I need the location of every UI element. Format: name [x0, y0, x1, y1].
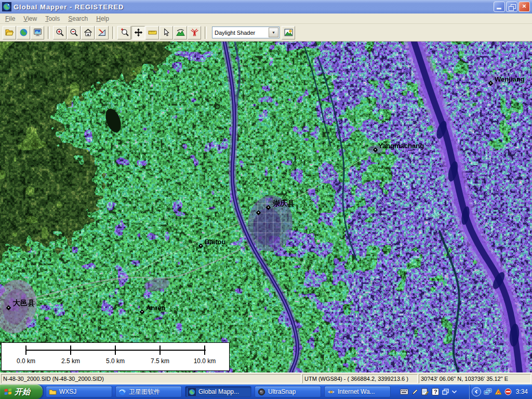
map-label-chongqingxian: 崇庆县: [273, 199, 295, 208]
scale-bar-tick: [25, 345, 26, 355]
mountain-profile-icon: [176, 28, 185, 37]
menu-tools[interactable]: Tools: [41, 15, 64, 23]
taskbar-item-internet-wa[interactable]: Internet Wa...: [324, 386, 391, 397]
monitor-map-icon: [33, 28, 42, 37]
map-label-anren: Anren: [146, 304, 166, 312]
ruler-icon: [148, 28, 157, 37]
zoom-out-icon: [70, 28, 78, 37]
toolbar-separator: [112, 26, 114, 39]
map-label-baitou: Baitou: [205, 238, 225, 246]
map-label-yangmachang: Yangmachang: [378, 142, 424, 150]
scale-label: 10.0 km: [184, 357, 225, 365]
menu-view[interactable]: View: [19, 15, 41, 23]
toolbar-separator: [48, 26, 50, 39]
windows-flag-icon: [4, 388, 12, 396]
scale-bar-line: [26, 350, 206, 351]
online-imagery-button[interactable]: [17, 26, 30, 39]
language-bar: ?: [400, 388, 457, 395]
home-icon: [84, 28, 92, 37]
system-tray: A 3:34: [469, 384, 532, 399]
close-icon: ×: [522, 2, 526, 10]
svg-text:?: ?: [434, 389, 437, 395]
taskbar-item-satellite-software[interactable]: 卫星图软件: [115, 386, 182, 397]
toolbar-separator: [205, 26, 207, 39]
taskbar-item-global-mapper[interactable]: Global Mapp...: [185, 386, 251, 397]
folder-icon: [49, 388, 57, 396]
menu-help[interactable]: Help: [92, 15, 113, 23]
help-icon[interactable]: ?: [432, 388, 439, 395]
scale-label: 7.5 km: [139, 357, 181, 365]
menu-search[interactable]: Search: [64, 15, 92, 23]
pan-tool-button[interactable]: [131, 26, 145, 39]
shader-dropdown[interactable]: Daylight Shader ▼: [212, 26, 280, 38]
scale-bar-tick: [70, 345, 71, 355]
map-view[interactable]: Wenjiang Yangmachang 崇庆县 Baitou Anren 大邑…: [0, 42, 532, 373]
scale-bar-tick: [159, 345, 161, 355]
view-shed-button[interactable]: [188, 26, 201, 39]
global-mapper-globe-icon: [2, 2, 11, 11]
winged-badge-icon: [327, 388, 335, 396]
status-projection: UTM (WGS84) - ( 366884.2, 3399213.6 ): [302, 374, 418, 383]
network-monitors-icon[interactable]: [484, 388, 492, 395]
notepad-icon[interactable]: [421, 388, 429, 395]
pan-arrows-icon: [134, 28, 143, 37]
start-button[interactable]: 开始: [0, 384, 43, 399]
window-title: Global Mapper - REGISTERED: [14, 3, 124, 11]
globe-icon: [19, 28, 28, 37]
set-scale-button[interactable]: [95, 26, 109, 39]
global-mapper-window: Global Mapper - REGISTERED × File View T…: [0, 0, 532, 399]
open-file-button[interactable]: [3, 26, 16, 39]
measure-tool-button[interactable]: [145, 26, 159, 39]
toolbar: Daylight Shader ▼: [0, 24, 532, 42]
start-label: 开始: [15, 387, 30, 397]
digitizer-tool-button[interactable]: [159, 26, 173, 39]
globe-swirl-icon: [118, 388, 126, 396]
no-entry-icon[interactable]: [504, 388, 512, 395]
zoom-in-button[interactable]: [53, 26, 66, 39]
zoom-tool-button[interactable]: [117, 26, 131, 39]
full-view-button[interactable]: [31, 26, 44, 39]
taskbar-clock[interactable]: 3:34: [516, 388, 528, 395]
statusbar: N-48-30_2000.SID (N-48-30_2000.SID) UTM …: [0, 373, 532, 384]
image-icon: [284, 28, 293, 37]
taskbar-item-ultrasnap[interactable]: UltraSnap: [255, 386, 321, 397]
status-coordinates: 30?43' 06.06" N, 103?36' 35.12" E: [419, 374, 531, 383]
magnifier-icon: [120, 28, 129, 37]
keyboard-icon[interactable]: [400, 389, 408, 395]
window-controls: ×: [494, 2, 532, 12]
camera-lens-icon: [258, 388, 265, 396]
collapse-chevron-icon[interactable]: [472, 387, 481, 396]
map-label-wenjiang: Wenjiang: [495, 75, 525, 83]
close-button[interactable]: ×: [518, 2, 530, 12]
show-images-button[interactable]: [282, 26, 295, 39]
path-profile-button[interactable]: [174, 26, 187, 39]
svg-text:A: A: [497, 390, 500, 395]
home-view-button[interactable]: [81, 26, 95, 39]
chevron-down-icon[interactable]: [452, 390, 457, 393]
zoom-out-button[interactable]: [67, 26, 81, 39]
scale-bar-tick: [115, 345, 116, 355]
pen-icon[interactable]: [411, 389, 418, 395]
dropdown-arrow-icon[interactable]: ▼: [269, 28, 278, 37]
scale-bar: 0.0 km 2.5 km 5.0 km 7.5 km 10.0 km: [1, 342, 230, 371]
minimize-button[interactable]: [494, 2, 505, 12]
folder-open-icon: [5, 28, 14, 37]
menubar: File View Tools Search Help: [0, 14, 532, 24]
scale-label: 2.5 km: [50, 357, 91, 365]
antenna-icon: [190, 28, 199, 37]
shader-dropdown-value: Daylight Shader: [212, 30, 269, 36]
scale-label: 5.0 km: [95, 357, 136, 365]
cursor-arrow-icon: [162, 28, 171, 37]
restore-button[interactable]: [506, 2, 517, 12]
scale-label: 0.0 km: [5, 357, 47, 365]
global-mapper-globe-icon: [188, 388, 196, 396]
restore-window-icon[interactable]: [442, 389, 449, 395]
menu-file[interactable]: File: [1, 15, 19, 23]
ime-a-icon[interactable]: A: [495, 388, 502, 395]
taskbar-item-wxsj[interactable]: WXSJ: [46, 386, 112, 397]
status-filename: N-48-30_2000.SID (N-48-30_2000.SID): [1, 374, 301, 383]
scale-ruler-icon: [98, 28, 107, 37]
zoom-in-icon: [56, 28, 64, 37]
map-label-dayixian: 大邑县: [13, 299, 35, 308]
scale-bar-tick: [204, 345, 205, 355]
